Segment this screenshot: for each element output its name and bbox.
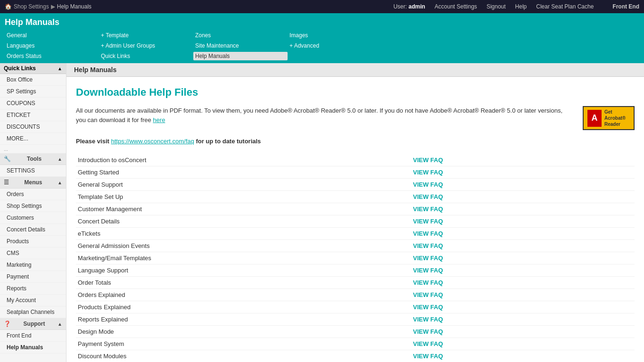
support-icon: ❓ <box>4 321 11 327</box>
help-item-label: Payment System <box>76 338 411 350</box>
help-item-label: Discount Modules <box>76 350 411 362</box>
menu-languages[interactable]: Languages <box>5 41 99 50</box>
menu-col-3: Zones Site Maintenance Help Manuals <box>193 31 288 60</box>
menu-help-manuals[interactable]: Help Manuals <box>193 52 288 60</box>
help-item-label: Design Mode <box>76 326 411 338</box>
table-row: Order Totals VIEW FAQ <box>76 277 635 289</box>
menu-admin-user-groups[interactable]: + Admin User Groups <box>99 41 193 50</box>
view-faq-link[interactable]: VIEW FAQ <box>411 252 635 264</box>
table-row: Reports Explained VIEW FAQ <box>76 313 635 326</box>
sidebar-item-eticket[interactable]: ETICKET <box>0 109 66 121</box>
table-row: Concert Details VIEW FAQ <box>76 215 635 228</box>
quick-links-chevron: ▲ <box>58 66 62 71</box>
clear-cache-link[interactable]: Clear Seat Plan Cache <box>536 3 594 10</box>
menus-header[interactable]: ☰ Menus ▲ <box>0 177 66 189</box>
table-row: General Admission Events VIEW FAQ <box>76 240 635 252</box>
sidebar-item-my-account[interactable]: My Account <box>0 295 66 306</box>
table-row: General Support VIEW FAQ <box>76 179 635 191</box>
view-faq-link[interactable]: VIEW FAQ <box>411 289 635 301</box>
menus-chevron: ▲ <box>58 180 62 185</box>
sidebar-item-payment[interactable]: Payment <box>0 271 66 283</box>
sidebar-item-sp-settings[interactable]: SP Settings <box>0 86 66 98</box>
account-settings-link[interactable]: Account Settings <box>435 3 477 10</box>
menu-template[interactable]: + Template <box>99 31 193 40</box>
sidebar-item-seatplan-channels[interactable]: Seatplan Channels <box>0 306 66 318</box>
table-row: Design Mode VIEW FAQ <box>76 326 635 338</box>
sidebar-item-shop-settings[interactable]: Shop Settings <box>0 200 66 212</box>
menu-site-maintenance[interactable]: Site Maintenance <box>193 41 288 50</box>
sidebar-item-marketing[interactable]: Marketing <box>0 259 66 271</box>
main-wrapper: Quick Links ▲ Box Office SP Settings COU… <box>0 63 644 362</box>
acrobat-badge: A Get Acrobat® Reader <box>583 106 635 130</box>
menu-quick-links[interactable]: Quick Links <box>99 52 193 60</box>
menu-images[interactable]: Images <box>288 31 382 40</box>
menu-col-2: + Template + Admin User Groups Quick Lin… <box>99 31 193 60</box>
support-chevron: ▲ <box>58 321 62 327</box>
support-label: Support <box>24 321 45 327</box>
sidebar-item-box-office[interactable]: Box Office <box>0 74 66 86</box>
table-row: Template Set Up VIEW FAQ <box>76 191 635 203</box>
sidebar-item-discounts[interactable]: DISCOUNTS <box>0 121 66 133</box>
sidebar-item-orders[interactable]: Orders <box>0 189 66 200</box>
help-item-label: Products Explained <box>76 301 411 313</box>
tools-chevron: ▲ <box>58 156 62 162</box>
menu-orders-status[interactable]: Orders Status <box>5 52 99 60</box>
view-faq-link[interactable]: VIEW FAQ <box>411 350 635 362</box>
quick-links-header[interactable]: Quick Links ▲ <box>0 63 66 74</box>
help-item-label: Customer Management <box>76 203 411 215</box>
sidebar-item-settings[interactable]: SETTINGS <box>0 165 66 177</box>
sidebar-item-concert-details[interactable]: Concert Details <box>0 224 66 236</box>
table-row: Products Explained VIEW FAQ <box>76 301 635 313</box>
here-link[interactable]: here <box>153 116 165 123</box>
view-faq-link[interactable]: VIEW FAQ <box>411 264 635 277</box>
sidebar-item-help-manuals[interactable]: Help Manuals <box>0 342 66 354</box>
help-item-label: Order Totals <box>76 277 411 289</box>
sidebar-item-products[interactable]: Products <box>0 236 66 247</box>
menu-general[interactable]: General <box>5 31 99 40</box>
sidebar: Quick Links ▲ Box Office SP Settings COU… <box>0 63 66 362</box>
sidebar-item-cms[interactable]: CMS <box>0 247 66 259</box>
sidebar-item-customers[interactable]: Customers <box>0 212 66 224</box>
sidebar-item-more[interactable]: MORE... <box>0 133 66 145</box>
acrobat-text: Get Acrobat® Reader <box>604 109 626 127</box>
help-item-label: Getting Started <box>76 166 411 179</box>
front-end-link[interactable]: Front End <box>612 3 639 10</box>
help-item-label: Template Set Up <box>76 191 411 203</box>
sidebar-item-front-end[interactable]: Front End <box>0 330 66 342</box>
tools-header[interactable]: 🔧 Tools ▲ <box>0 153 66 165</box>
menu-advanced[interactable]: + Advanced <box>288 41 382 50</box>
view-faq-link[interactable]: VIEW FAQ <box>411 203 635 215</box>
menu-col-1: General Languages Orders Status <box>5 31 99 60</box>
faq-link[interactable]: https://www.osconcert.com/faq <box>111 138 194 145</box>
menus-label: Menus <box>25 179 42 186</box>
view-faq-link[interactable]: VIEW FAQ <box>411 326 635 338</box>
view-faq-link[interactable]: VIEW FAQ <box>411 313 635 326</box>
view-faq-link[interactable]: VIEW FAQ <box>411 179 635 191</box>
view-faq-link[interactable]: VIEW FAQ <box>411 166 635 179</box>
view-faq-link[interactable]: VIEW FAQ <box>411 154 635 166</box>
view-faq-link[interactable]: VIEW FAQ <box>411 338 635 350</box>
sidebar-item-coupons[interactable]: COUPONS <box>0 98 66 109</box>
visit-notice: Please visit https://www.osconcert.com/f… <box>76 138 635 145</box>
content-body: Downloadable Help Files All our document… <box>66 77 644 362</box>
table-row: Getting Started VIEW FAQ <box>76 166 635 179</box>
view-faq-link[interactable]: VIEW FAQ <box>411 215 635 228</box>
view-faq-link[interactable]: VIEW FAQ <box>411 277 635 289</box>
help-link[interactable]: Help <box>515 3 527 10</box>
shop-settings-link[interactable]: Shop Settings <box>14 3 49 10</box>
home-icon[interactable]: 🏠 <box>5 3 12 10</box>
table-row: eTickets VIEW FAQ <box>76 228 635 240</box>
content-header: Help Manuals <box>66 63 644 77</box>
view-faq-link[interactable]: VIEW FAQ <box>411 301 635 313</box>
tools-label: Tools <box>27 156 41 162</box>
sidebar-item-reports[interactable]: Reports <box>0 283 66 295</box>
view-faq-link[interactable]: VIEW FAQ <box>411 228 635 240</box>
menu-zones[interactable]: Zones <box>193 31 288 40</box>
secondary-nav: Help Manuals <box>0 13 644 31</box>
user-info: User: admin <box>393 3 425 10</box>
signout-link[interactable]: Signout <box>487 3 506 10</box>
support-header[interactable]: ❓ Support ▲ <box>0 318 66 330</box>
top-nav-items: User: admin Account Settings Signout Hel… <box>393 3 639 10</box>
view-faq-link[interactable]: VIEW FAQ <box>411 240 635 252</box>
view-faq-link[interactable]: VIEW FAQ <box>411 191 635 203</box>
